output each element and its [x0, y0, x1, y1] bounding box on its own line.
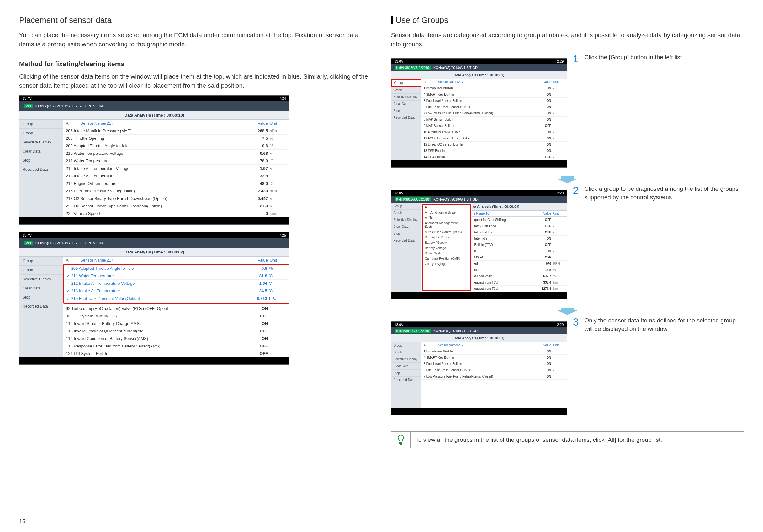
sensor-row[interactable]: 121 LPI System Built InOFF- — [63, 350, 289, 357]
sensor-row[interactable]: MS ECUOFF- — [472, 254, 567, 261]
group-option[interactable]: Brake System — [423, 251, 470, 256]
sensor-row[interactable]: 218 O2 Sensor Binary Type Bank1 Downstre… — [63, 195, 289, 202]
sensor-row[interactable]: 9 MAF Sensor Built-InOFF- — [421, 123, 567, 129]
group-option[interactable]: Alternator Management System — [423, 221, 470, 229]
sidebar-item-group[interactable]: Group — [391, 342, 421, 349]
group-option[interactable]: Battery Voltage — [423, 245, 470, 251]
column-all[interactable]: All — [66, 121, 80, 126]
sensor-row[interactable]: 212 Intake Air Temperature Voltage1.94V — [64, 280, 288, 287]
sidebar-item-recorded-data[interactable]: Recorded Data — [391, 237, 421, 244]
sensor-row[interactable]: tate - IdleON- — [472, 235, 567, 242]
sidebar-item-group[interactable]: Group — [391, 79, 421, 87]
sidebar-item-stop[interactable]: Stop — [391, 230, 421, 237]
sensor-row[interactable]: equest from TCU-3276.8Nm — [472, 286, 567, 292]
sidebar-item-recorded-data[interactable]: Recorded Data — [391, 114, 421, 121]
svg-marker-1 — [557, 308, 577, 315]
sensor-row[interactable]: quest for Gear ShiftingOFF- — [472, 217, 567, 223]
sensor-row[interactable]: 93 ISG System Built-In(ISG)OFF- — [63, 312, 289, 320]
sensor-row[interactable]: 209 Adapted Throttle Angle for Idle0.6% — [64, 265, 288, 272]
group-option[interactable]: Battery / Supply — [423, 240, 470, 245]
sensor-row[interactable]: 8 MAP Sensor Built-InON- — [421, 117, 567, 123]
sensor-row[interactable]: 7 Low Pressure Fuel Pump Relay(Normal Cl… — [421, 374, 567, 380]
sidebar-item-clear-data[interactable]: Clear Data — [20, 284, 63, 293]
sensor-row[interactable]: 208 Throttle Opening7.5% — [63, 135, 289, 142]
sensor-row[interactable]: 1 Immobilizer Built-InON- — [421, 85, 567, 91]
sensor-row[interactable]: d Load Value6.667% — [472, 273, 567, 280]
sensor-row[interactable]: 213 Intake Air Temperature33.8'C — [63, 172, 289, 180]
sensor-row[interactable]: tate - Full LoadOFF- — [472, 229, 567, 235]
sidebar-item-group[interactable]: Group — [20, 257, 63, 266]
group-option[interactable]: All — [423, 205, 470, 210]
sensor-row[interactable]: 5 Fuel Level Sensor Built-InON- — [421, 98, 567, 104]
group-option[interactable]: Barometric Pressure — [423, 235, 470, 240]
sensor-row[interactable]: 114 Invalid Condition of Battery Sensor(… — [63, 335, 289, 342]
sidebar-item-graph[interactable]: Graph — [391, 210, 421, 217]
sensor-row[interactable]: tate - Part LoadOFF- — [472, 223, 567, 229]
column-sensor[interactable]: Sensor Name(217) — [80, 121, 246, 126]
sensor-row[interactable]: 112 Invalid State of Battery Charge(AMS)… — [63, 320, 289, 327]
sidebar-item-selective-display[interactable]: Selective Display — [391, 94, 421, 101]
sensor-row[interactable]: 11 A/Con Pressure Sensor Built-InON- — [421, 135, 567, 141]
sidebar-item-graph[interactable]: Graph — [20, 129, 63, 138]
sensor-row[interactable]: 214 Engine Oil Temperature48.0'C — [63, 180, 289, 187]
sensor-row[interactable]: 10 Alternator PWM Built-InON- — [421, 129, 567, 135]
sensor-row[interactable]: ed676RPM — [472, 261, 567, 267]
sidebar-item-stop[interactable]: Stop — [391, 108, 421, 114]
sidebar-item-stop[interactable]: Stop — [20, 156, 63, 165]
group-option[interactable]: Camshaft Position (CMP) — [423, 256, 470, 261]
sensor-row[interactable]: 6 Fuel Tank Press Sensor Built-InON- — [421, 104, 567, 110]
group-option[interactable]: Air Conditioning System — [423, 210, 470, 215]
section-title-right: Use of Groups — [391, 15, 744, 25]
sensor-row[interactable]: hON- — [472, 248, 567, 254]
group-list[interactable]: AllAir Conditioning SystemAir TempAltern… — [422, 204, 471, 291]
sidebar-item-stop[interactable]: Stop — [20, 293, 63, 302]
sensor-row[interactable]: 13 ESP Built-InON- — [421, 148, 567, 154]
method-title: Method for fixating/clearing items — [19, 60, 372, 68]
sensor-row[interactable]: 210 Water Temperature Voltage0.68V — [63, 150, 289, 157]
sensor-row[interactable]: 6 Fuel Tank Press Sensor Built-InON- — [421, 367, 567, 374]
sidebar-item-recorded-data[interactable]: Recorded Data — [20, 165, 63, 174]
sensor-row[interactable]: 213 Intake Air Temperature34.5'C — [64, 287, 288, 295]
sidebar-item-stop[interactable]: Stop — [391, 370, 421, 377]
sidebar-item-clear-data[interactable]: Clear Data — [391, 101, 421, 108]
sensor-row[interactable]: 113 Invalid Status of Quiescent current(… — [63, 327, 289, 335]
sidebar-item-selective-display[interactable]: Selective Display — [20, 138, 63, 147]
sensor-row[interactable]: 211 Water Temperature78.0'C — [63, 157, 289, 165]
sidebar-item-recorded-data[interactable]: Recorded Data — [20, 302, 63, 311]
sensor-row[interactable]: 4 SMART Key Built-InON- — [421, 355, 567, 361]
group-option[interactable]: Air Temp — [423, 215, 470, 221]
sensor-row[interactable]: 209 Adapted Throttle Angle for Idle0.6% — [63, 142, 289, 150]
sensor-row[interactable]: 92 Turbo dump(ReCirculation) Valve (RCV)… — [63, 305, 289, 312]
sidebar-item-graph[interactable]: Graph — [391, 349, 421, 356]
sidebar-item-clear-data[interactable]: Clear Data — [391, 363, 421, 370]
sidebar-item-selective-display[interactable]: Selective Display — [391, 356, 421, 363]
sidebar-item-clear-data[interactable]: Clear Data — [391, 223, 421, 230]
sidebar-item-recorded-data[interactable]: Recorded Data — [391, 377, 421, 384]
sensor-row[interactable]: Built In (FFV)OFF- — [472, 242, 567, 248]
sidebar-item-graph[interactable]: Graph — [391, 87, 421, 94]
sensor-row[interactable]: 4 SMART Key Built-InON- — [421, 91, 567, 98]
group-option[interactable]: Catalyst Aging — [423, 261, 470, 267]
sensor-row[interactable]: 215 Fuel Tank Pressure Value(Option)-2.4… — [63, 187, 289, 195]
sensor-row[interactable]: 5 Fuel Level Sensor Built-InON- — [421, 361, 567, 367]
sidebar-item-graph[interactable]: Graph — [20, 266, 63, 275]
sidebar-item-selective-display[interactable]: Selective Display — [20, 275, 63, 284]
sidebar-item-clear-data[interactable]: Clear Data — [20, 147, 63, 156]
sensor-row[interactable]: lue14.5% — [472, 267, 567, 273]
sensor-row[interactable]: 215 Fuel Tank Pressure Value(Option)0.81… — [64, 295, 288, 302]
sensor-row[interactable]: 222 Vehicle Speed0km/h — [63, 210, 289, 218]
sensor-row[interactable]: 212 Intake Air Temperature Voltage1.97V — [63, 165, 289, 172]
sensor-row[interactable]: 14 CDA Built-InOFF- — [421, 154, 567, 160]
sensor-row[interactable]: 115 Response Error Flag from Battery Sen… — [63, 342, 289, 350]
sensor-row[interactable]: 1 Immobilizer Built-InON- — [421, 348, 567, 355]
sidebar-item-group[interactable]: Group — [391, 203, 421, 210]
sensor-row[interactable]: 206 Intake Manifold Pressure (MAP)268.5h… — [63, 127, 289, 135]
sensor-row[interactable]: 7 Low Pressure Fuel Pump Relay(Normal Cl… — [421, 110, 567, 117]
sensor-row[interactable]: equest from TCU337.4Nm — [472, 280, 567, 286]
sensor-row[interactable]: 211 Water Temperature81.8'C — [64, 272, 288, 280]
sensor-row[interactable]: 12 Linear O2 Sensor Built InON- — [421, 141, 567, 148]
group-option[interactable]: Auto Cruise Control (ACC) — [423, 229, 470, 235]
sidebar-item-group[interactable]: Group — [20, 120, 63, 129]
sensor-row[interactable]: 220 O2 Sensor Linear Type Bank1 Upstream… — [63, 202, 289, 210]
sidebar-item-selective-display[interactable]: Selective Display — [391, 217, 421, 223]
